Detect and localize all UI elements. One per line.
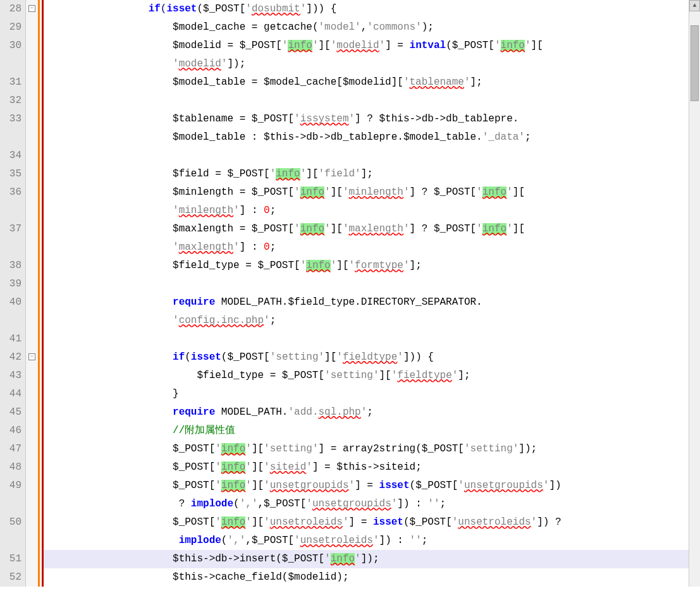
code-token: info xyxy=(331,553,355,564)
code-token: ]); xyxy=(361,553,379,564)
code-line[interactable]: } xyxy=(44,385,689,403)
line-number[interactable]: 35 xyxy=(3,165,21,183)
line-number[interactable]: 32 xyxy=(3,92,21,110)
code-token: isset xyxy=(373,516,403,528)
code-token: unsetgroupids xyxy=(464,480,543,491)
line-number[interactable]: 33 xyxy=(3,110,21,147)
code-line[interactable]: $this->db->insert($_POST['info']); xyxy=(44,550,689,568)
code-token: ]) : xyxy=(379,535,410,546)
code-token: ' xyxy=(264,480,270,491)
code-line[interactable]: 'maxlength'] : 0; xyxy=(44,238,689,257)
code-line[interactable]: implode(',',$_POST['unsetroleids']) : ''… xyxy=(44,532,689,550)
scrollbar-up-icon[interactable]: ▲ xyxy=(689,0,700,11)
line-number[interactable]: 52 xyxy=(3,568,21,587)
code-token: ][ xyxy=(252,443,264,455)
code-line[interactable]: 'minlength'] : 0; xyxy=(44,202,689,220)
code-line[interactable]: require MODEL_PATH.'add.sql.php'; xyxy=(44,403,689,422)
line-number[interactable]: 31 xyxy=(3,73,21,92)
code-line[interactable]: $tablename = $_POST['issystem'] ? $this-… xyxy=(44,110,689,128)
code-area[interactable]: if(isset($_POST['dosubmit'])) { $model_c… xyxy=(42,0,689,587)
code-token: ' xyxy=(403,223,410,235)
code-line[interactable]: $_POST['info']['siteid'] = $this->siteid… xyxy=(44,458,689,477)
code-token: 'setting' xyxy=(270,351,324,363)
code-line[interactable]: $_POST['info']['unsetroleids'] = isset($… xyxy=(44,513,689,532)
code-token: modelid xyxy=(336,40,379,51)
code-line[interactable]: $_POST['info']['setting'] = array2string… xyxy=(44,440,689,458)
code-token: ' xyxy=(300,3,307,15)
code-line[interactable] xyxy=(44,330,689,348)
line-number[interactable]: 47 xyxy=(3,440,21,458)
code-line[interactable]: $field_type = $_POST['setting']['fieldty… xyxy=(44,367,689,385)
code-line[interactable]: //附加属性值 xyxy=(44,422,689,440)
code-token: ]; xyxy=(470,76,482,88)
line-number[interactable]: 43 xyxy=(3,367,21,385)
code-token: ]); xyxy=(227,58,245,70)
code-token: ($_POST[ xyxy=(197,3,245,15)
code-line[interactable]: if(isset($_POST['dosubmit'])) { xyxy=(44,0,689,18)
code-line[interactable]: 'modelid']); xyxy=(44,55,689,73)
line-number[interactable]: 49 xyxy=(3,477,21,513)
line-number-gutter[interactable]: 2829303132333435363738394041424344454647… xyxy=(0,0,25,587)
code-token: } xyxy=(173,388,179,400)
code-token: ' xyxy=(458,480,464,491)
code-token: ' xyxy=(294,186,300,198)
line-number[interactable]: 39 xyxy=(3,275,21,293)
vertical-scrollbar[interactable]: ▲ xyxy=(689,0,700,587)
code-token: ] ? $this->db->db_tablepre. xyxy=(355,113,519,125)
code-token: ' xyxy=(233,205,240,216)
code-token: 'setting' xyxy=(324,370,379,381)
line-number[interactable]: 41 xyxy=(3,330,21,348)
code-line[interactable]: $this->cache_field($modelid); xyxy=(44,568,689,587)
code-token: ] = $this->siteid; xyxy=(312,461,422,473)
code-token: ' xyxy=(306,498,312,510)
code-line[interactable] xyxy=(44,147,689,165)
code-token: ' xyxy=(294,535,300,546)
line-number[interactable]: 45 xyxy=(3,403,21,422)
line-number[interactable]: 34 xyxy=(3,147,21,165)
code-token: 0 xyxy=(264,241,270,253)
line-number[interactable]: 42 xyxy=(3,348,21,367)
code-token: require xyxy=(173,296,215,308)
code-token: ][ xyxy=(318,40,330,51)
scrollbar-thumb[interactable] xyxy=(691,25,699,101)
code-token: ' xyxy=(476,223,482,235)
code-line[interactable]: $_POST['info']['unsetgroupids'] = isset(… xyxy=(44,477,689,495)
code-line[interactable]: $minlength = $_POST['info']['minlength']… xyxy=(44,183,689,202)
fold-gutter[interactable]: −− xyxy=(25,0,38,587)
line-number[interactable]: 40 xyxy=(3,293,21,330)
line-number[interactable]: 44 xyxy=(3,385,21,403)
code-token: ][ xyxy=(252,480,264,491)
code-token: ' xyxy=(336,351,343,363)
code-line[interactable]: if(isset($_POST['setting']['fieldtype'])… xyxy=(44,348,689,367)
code-line[interactable]: $model_cache = getcache('model','commons… xyxy=(44,18,689,37)
code-editor: 2829303132333435363738394041424344454647… xyxy=(0,0,700,587)
code-line[interactable]: $model_table = $model_cache[$modelid]['t… xyxy=(44,73,689,92)
code-token: ( xyxy=(161,3,167,15)
line-number[interactable]: 30 xyxy=(3,37,21,73)
code-token: ' xyxy=(525,40,531,51)
code-line[interactable]: $model_table : $this->db->db_tablepre.$m… xyxy=(44,128,689,147)
line-number[interactable]: 36 xyxy=(3,183,21,220)
line-number[interactable]: 50 xyxy=(3,513,21,550)
line-number[interactable]: 46 xyxy=(3,422,21,440)
code-token: ( xyxy=(185,351,191,363)
code-line[interactable]: $modelid = $_POST['info']['modelid'] = i… xyxy=(44,37,689,55)
code-line[interactable] xyxy=(44,92,689,110)
line-number[interactable]: 51 xyxy=(3,550,21,568)
code-line[interactable]: require MODEL_PATH.$field_type.DIRECTORY… xyxy=(44,293,689,312)
code-line[interactable]: 'config.inc.php'; xyxy=(44,312,689,330)
line-number[interactable]: 48 xyxy=(3,458,21,477)
code-token: $this->cache_field($modelid); xyxy=(173,571,348,583)
line-number[interactable]: 38 xyxy=(3,257,21,275)
code-line[interactable]: $field = $_POST['info']['field']; xyxy=(44,165,689,183)
code-line[interactable] xyxy=(44,275,689,293)
code-token: ' xyxy=(294,113,300,125)
line-number[interactable]: 28 xyxy=(3,0,21,18)
fold-toggle-icon[interactable]: − xyxy=(28,353,35,360)
line-number[interactable]: 37 xyxy=(3,220,21,257)
line-number[interactable]: 29 xyxy=(3,18,21,37)
code-line[interactable]: $maxlength = $_POST['info']['maxlength']… xyxy=(44,220,689,238)
code-line[interactable]: ? implode(',',$_POST['unsetgroupids']) :… xyxy=(44,495,689,513)
fold-toggle-icon[interactable]: − xyxy=(28,5,35,12)
code-line[interactable]: $field_type = $_POST['info']['formtype']… xyxy=(44,257,689,275)
